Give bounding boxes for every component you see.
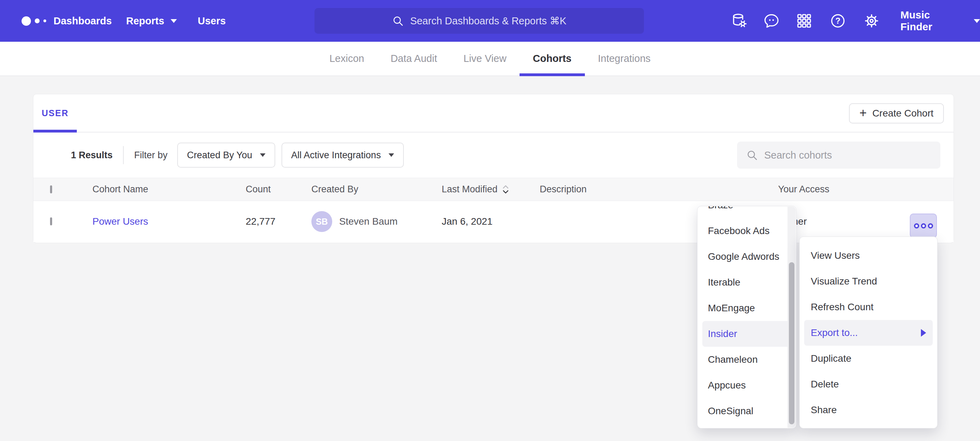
apps-grid-icon[interactable] bbox=[796, 13, 813, 29]
submenu-item-moengage[interactable]: MoEngage bbox=[697, 295, 796, 321]
submenu-item-google-adwords[interactable]: Google Adwords bbox=[697, 244, 796, 270]
tab-lexicon[interactable]: Lexicon bbox=[316, 42, 377, 75]
dropdown-value: Created By You bbox=[187, 150, 252, 161]
column-header-count[interactable]: Count bbox=[246, 184, 311, 195]
column-label: Created By bbox=[311, 184, 358, 195]
cohort-count: 22,777 bbox=[246, 216, 311, 227]
tab-label: Live View bbox=[464, 53, 507, 64]
column-header-last-modified[interactable]: Last Modified bbox=[442, 184, 540, 195]
select-all-checkbox[interactable] bbox=[50, 185, 52, 193]
submenu-scrollbar-track[interactable] bbox=[788, 206, 796, 428]
nav-item-users[interactable]: Users bbox=[198, 0, 226, 42]
column-header-your-access[interactable]: Your Access bbox=[778, 184, 954, 195]
table-header-row: Cohort Name Count Created By Last Modifi… bbox=[33, 178, 954, 201]
menu-item-duplicate[interactable]: Duplicate bbox=[800, 346, 937, 371]
nav-item-label: Reports bbox=[126, 15, 164, 27]
created-by-cell: SB Steven Baum bbox=[311, 211, 442, 232]
create-cohort-button[interactable]: + Create Cohort bbox=[849, 103, 944, 123]
nav-item-label: Dashboards bbox=[54, 15, 112, 27]
tab-live-view[interactable]: Live View bbox=[450, 42, 520, 75]
logo-dot-large bbox=[22, 16, 31, 26]
row-actions-menu: View Users Visualize Trend Refresh Count… bbox=[799, 236, 938, 428]
tab-user-cohorts[interactable]: USER bbox=[33, 94, 77, 132]
global-search-input[interactable]: Search Dashboards & Reports ⌘K bbox=[315, 8, 644, 34]
tab-label: Integrations bbox=[598, 53, 651, 64]
search-icon bbox=[392, 15, 404, 27]
menu-item-export-to[interactable]: Export to... bbox=[804, 320, 933, 346]
tab-cohorts[interactable]: Cohorts bbox=[520, 42, 584, 75]
filter-by-label: Filter by bbox=[134, 150, 167, 161]
column-header-created-by[interactable]: Created By bbox=[311, 184, 442, 195]
nav-item-dashboards[interactable]: Dashboards bbox=[54, 0, 112, 42]
menu-item-view-users[interactable]: View Users bbox=[800, 243, 937, 268]
global-search-placeholder: Search Dashboards & Reports ⌘K bbox=[410, 15, 566, 27]
submenu-item-iterable[interactable]: Iterable bbox=[697, 270, 796, 295]
cohort-type-tabbar: USER + Create Cohort bbox=[33, 94, 954, 133]
submenu-item-appcues[interactable]: Appcues bbox=[697, 372, 796, 398]
submenu-item-facebook-ads[interactable]: Facebook Ads bbox=[697, 218, 796, 244]
logo-dot-medium bbox=[35, 18, 40, 23]
divider bbox=[123, 146, 124, 164]
column-label: Count bbox=[246, 184, 271, 195]
dot-icon bbox=[928, 223, 933, 228]
tab-label: Data Audit bbox=[391, 53, 437, 64]
feedback-icon[interactable] bbox=[763, 13, 780, 29]
chevron-down-icon bbox=[388, 153, 394, 157]
svg-text:?: ? bbox=[835, 16, 841, 26]
table-row: Power Users 22,777 SB Steven Baum Jan 6,… bbox=[33, 201, 954, 242]
integrations-filter-dropdown[interactable]: All Active Integrations bbox=[282, 142, 404, 168]
column-label: Cohort Name bbox=[92, 184, 148, 195]
menu-item-refresh-count[interactable]: Refresh Count bbox=[800, 294, 937, 320]
project-name: Music Finder bbox=[900, 9, 965, 33]
column-header-cohort-name[interactable]: Cohort Name bbox=[92, 184, 246, 195]
menu-item-label: Export to... bbox=[811, 327, 858, 339]
dot-icon bbox=[914, 223, 919, 228]
section-tabs: Lexicon Data Audit Live View Cohorts Int… bbox=[0, 42, 980, 76]
menu-item-delete[interactable]: Delete bbox=[800, 371, 937, 397]
project-switcher[interactable]: Music Finder bbox=[900, 0, 980, 42]
export-destinations-submenu: Braze Facebook Ads Google Adwords Iterab… bbox=[697, 206, 797, 428]
menu-item-share[interactable]: Share bbox=[800, 397, 937, 423]
created-by-filter-dropdown[interactable]: Created By You bbox=[177, 142, 275, 168]
submenu-item-braze[interactable]: Braze bbox=[697, 206, 796, 218]
filter-toolbar: 1 Results Filter by Created By You All A… bbox=[33, 133, 954, 178]
chevron-down-icon bbox=[260, 153, 266, 157]
top-navbar: Dashboards Reports Users Search Dashboar… bbox=[0, 0, 980, 42]
data-management-icon[interactable] bbox=[731, 13, 748, 29]
tab-data-audit[interactable]: Data Audit bbox=[377, 42, 450, 75]
submenu-item-insider[interactable]: Insider bbox=[702, 321, 791, 347]
dot-icon bbox=[921, 223, 926, 228]
row-actions-list: View Users Visualize Trend Refresh Count… bbox=[800, 243, 937, 423]
logo-dot-small bbox=[43, 19, 46, 22]
tab-label: Lexicon bbox=[329, 53, 364, 64]
menu-item-visualize-trend[interactable]: Visualize Trend bbox=[800, 268, 937, 294]
submenu-item-chameleon[interactable]: Chameleon bbox=[697, 347, 796, 372]
chevron-down-icon bbox=[171, 19, 177, 23]
settings-gear-icon[interactable] bbox=[863, 13, 880, 29]
avatar: SB bbox=[311, 211, 332, 232]
mixpanel-logo[interactable] bbox=[22, 0, 46, 42]
column-label: Last Modified bbox=[442, 184, 498, 195]
tab-label: USER bbox=[42, 108, 68, 118]
column-header-description[interactable]: Description bbox=[540, 184, 778, 195]
create-cohort-label: Create Cohort bbox=[872, 108, 934, 119]
export-destinations-list: Braze Facebook Ads Google Adwords Iterab… bbox=[697, 206, 796, 424]
column-label: Your Access bbox=[778, 184, 829, 195]
nav-item-reports[interactable]: Reports bbox=[126, 0, 177, 42]
help-icon[interactable]: ? bbox=[829, 13, 846, 29]
cohort-name-link[interactable]: Power Users bbox=[92, 216, 148, 227]
tab-label: Cohorts bbox=[533, 53, 571, 64]
nav-item-label: Users bbox=[198, 15, 226, 27]
results-count: 1 Results bbox=[71, 150, 113, 161]
last-modified-date: Jan 6, 2021 bbox=[442, 216, 540, 227]
column-label: Description bbox=[540, 184, 587, 195]
row-actions-button[interactable] bbox=[910, 214, 937, 238]
cohort-search-input[interactable]: Search cohorts bbox=[737, 142, 940, 169]
created-by-name: Steven Baum bbox=[339, 216, 398, 227]
search-icon bbox=[746, 149, 758, 161]
tab-integrations[interactable]: Integrations bbox=[585, 42, 664, 75]
submenu-scrollbar-thumb[interactable] bbox=[789, 262, 794, 424]
row-checkbox[interactable] bbox=[50, 217, 52, 225]
submenu-item-onesignal[interactable]: OneSignal bbox=[697, 398, 796, 424]
cohort-search-placeholder: Search cohorts bbox=[764, 150, 832, 161]
